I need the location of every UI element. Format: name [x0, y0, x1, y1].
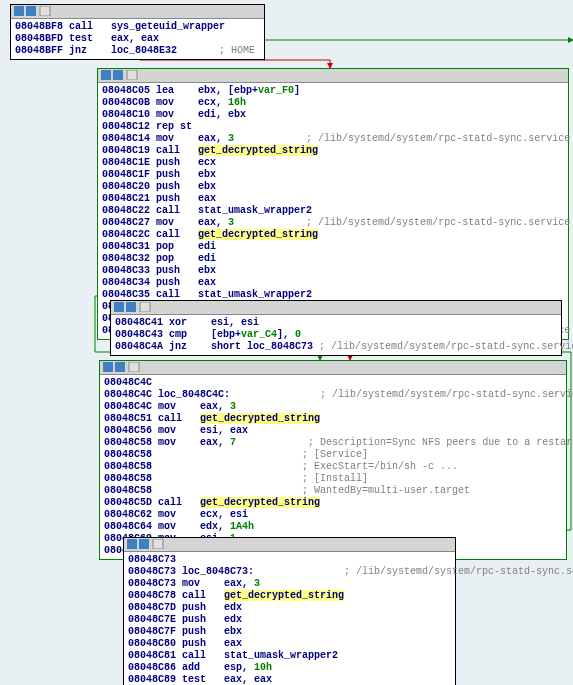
disasm-row[interactable]: 08048C14 mov eax, 3 ; /lib/systemd/syste… [102, 133, 564, 145]
svg-rect-13 [139, 539, 149, 549]
disasm-row[interactable]: 08048C73 loc_8048C73: ; /lib/systemd/sys… [128, 566, 451, 578]
disasm-row[interactable]: 08048C80 push eax [128, 638, 451, 650]
disasm-row[interactable]: 08048C58 ; [Service] [104, 449, 562, 461]
svg-rect-3 [101, 70, 111, 80]
disasm-row[interactable]: 08048C34 push eax [102, 277, 564, 289]
disasm-block-3[interactable]: 08048C41 xor esi, esi08048C43 cmp [ebp+v… [110, 300, 562, 356]
svg-rect-6 [114, 302, 124, 312]
disasm-row[interactable]: 08048C58 mov eax, 7 ; Description=Sync N… [104, 437, 562, 449]
disasm-row[interactable]: 08048C7E push edx [128, 614, 451, 626]
block-header[interactable] [11, 5, 264, 19]
disasm-row[interactable]: 08048C58 ; WantedBy=multi-user.target [104, 485, 562, 497]
svg-rect-9 [103, 362, 113, 372]
disasm-row[interactable]: 08048C58 ; [Install] [104, 473, 562, 485]
block-toolbar-icons[interactable] [114, 302, 154, 312]
block-toolbar-icons[interactable] [103, 362, 143, 372]
disasm-row[interactable]: 08048C89 test eax, eax [128, 674, 451, 685]
block-content: 08048C41 xor esi, esi08048C43 cmp [ebp+v… [111, 315, 561, 355]
svg-rect-12 [127, 539, 137, 549]
disasm-row[interactable]: 08048C1F push ebx [102, 169, 564, 181]
disasm-row[interactable]: 08048C78 call get_decrypted_string [128, 590, 451, 602]
svg-rect-1 [26, 6, 36, 16]
disasm-row[interactable]: 08048C32 pop edi [102, 253, 564, 265]
disasm-row[interactable]: 08048BF8 call sys_geteuid_wrapper [15, 21, 260, 33]
disasm-row[interactable]: 08048C5D call get_decrypted_string [104, 497, 562, 509]
disasm-row[interactable]: 08048C19 call get_decrypted_string [102, 145, 564, 157]
disasm-row[interactable]: 08048C4C mov eax, 3 [104, 401, 562, 413]
svg-rect-4 [113, 70, 123, 80]
disasm-row[interactable]: 08048C22 call stat_umask_wrapper2 [102, 205, 564, 217]
disasm-row[interactable]: 08048C56 mov esi, eax [104, 425, 562, 437]
disasm-row[interactable]: 08048C31 pop edi [102, 241, 564, 253]
svg-rect-11 [129, 362, 139, 372]
disasm-row[interactable]: 08048C73 [128, 554, 451, 566]
disasm-row[interactable]: 08048C7F push ebx [128, 626, 451, 638]
disasm-row[interactable]: 08048C62 mov ecx, esi [104, 509, 562, 521]
svg-rect-10 [115, 362, 125, 372]
block-header[interactable] [124, 538, 455, 552]
disasm-row[interactable]: 08048C0B mov ecx, 16h [102, 97, 564, 109]
disasm-row[interactable]: 08048C27 mov eax, 3 ; /lib/systemd/syste… [102, 217, 564, 229]
svg-rect-2 [40, 6, 50, 16]
disasm-row[interactable]: 08048C7D push edx [128, 602, 451, 614]
block-toolbar-icons[interactable] [127, 539, 167, 549]
svg-rect-5 [127, 70, 137, 80]
disasm-row[interactable]: 08048C43 cmp [ebp+var_C4], 0 [115, 329, 557, 341]
block-header[interactable] [100, 361, 566, 375]
block-toolbar-icons[interactable] [101, 70, 141, 80]
block-content: 08048BF8 call sys_geteuid_wrapper08048BF… [11, 19, 264, 59]
block-toolbar-icons[interactable] [14, 6, 54, 16]
svg-rect-14 [153, 539, 163, 549]
disasm-row[interactable]: 08048C4A jnz short loc_8048C73 ; /lib/sy… [115, 341, 557, 353]
disasm-row[interactable]: 08048C21 push eax [102, 193, 564, 205]
disasm-row[interactable]: 08048C10 mov edi, ebx [102, 109, 564, 121]
svg-rect-0 [14, 6, 24, 16]
disasm-block-1[interactable]: 08048BF8 call sys_geteuid_wrapper08048BF… [10, 4, 265, 60]
svg-rect-7 [126, 302, 136, 312]
disasm-row[interactable]: 08048BFD test eax, eax [15, 33, 260, 45]
disasm-row[interactable]: 08048C73 mov eax, 3 [128, 578, 451, 590]
disasm-row[interactable]: 08048C58 ; ExecStart=/bin/sh -c ... [104, 461, 562, 473]
disasm-row[interactable]: 08048C86 add esp, 10h [128, 662, 451, 674]
block-content: 08048C73 08048C73 loc_8048C73: ; /lib/sy… [124, 552, 455, 685]
disasm-row[interactable]: 08048C33 push ebx [102, 265, 564, 277]
disasm-row[interactable]: 08048C05 lea ebx, [ebp+var_F0] [102, 85, 564, 97]
block-header[interactable] [98, 69, 568, 83]
disasm-block-4[interactable]: 08048C4C 08048C4C loc_8048C4C: ; /lib/sy… [99, 360, 567, 560]
block-header[interactable] [111, 301, 561, 315]
svg-rect-8 [140, 302, 150, 312]
disasm-row[interactable]: 08048BFF jnz loc_8048E32 ; HOME [15, 45, 260, 57]
disasm-row[interactable]: 08048C20 push ebx [102, 181, 564, 193]
disasm-row[interactable]: 08048C81 call stat_umask_wrapper2 [128, 650, 451, 662]
disasm-row[interactable]: 08048C51 call get_decrypted_string [104, 413, 562, 425]
disasm-row[interactable]: 08048C2C call get_decrypted_string [102, 229, 564, 241]
disasm-row[interactable]: 08048C64 mov edx, 1A4h [104, 521, 562, 533]
disasm-block-5[interactable]: 08048C73 08048C73 loc_8048C73: ; /lib/sy… [123, 537, 456, 685]
disasm-row[interactable]: 08048C4C loc_8048C4C: ; /lib/systemd/sys… [104, 389, 562, 401]
disasm-row[interactable]: 08048C1E push ecx [102, 157, 564, 169]
disasm-row[interactable]: 08048C4C [104, 377, 562, 389]
disasm-row[interactable]: 08048C12 rep st [102, 121, 564, 133]
block-content: 08048C4C 08048C4C loc_8048C4C: ; /lib/sy… [100, 375, 566, 559]
disasm-row[interactable]: 08048C41 xor esi, esi [115, 317, 557, 329]
